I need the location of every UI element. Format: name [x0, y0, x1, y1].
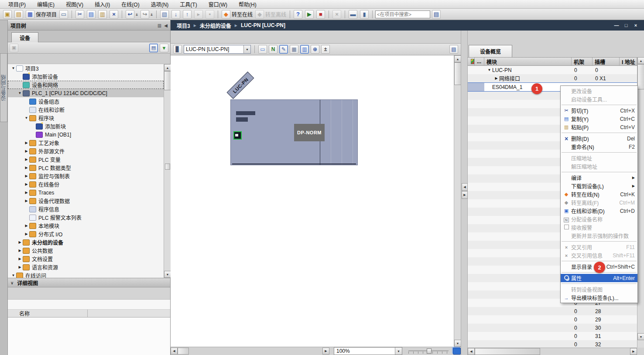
new-project-button[interactable]: ▣ [2, 10, 13, 19]
zoom-select[interactable]: 100% ▼ [334, 347, 402, 355]
upload-from-device-button[interactable]: ↑ [182, 10, 192, 19]
tree-item[interactable]: ▼程序块 [8, 114, 164, 122]
rail-tab-devices-networks[interactable]: 设备与网络 [0, 53, 7, 122]
menu-export-module-labels[interactable]: 导出模块标签条(L)... [561, 294, 637, 302]
module-cell[interactable] [484, 158, 572, 166]
tree-item[interactable]: ▶分布式 I/O [8, 230, 164, 238]
compile-button[interactable]: ▧ [159, 10, 170, 19]
dropdown-caret-icon[interactable]: ± [136, 12, 138, 17]
module-cell[interactable] [484, 266, 572, 274]
module-cell[interactable] [484, 208, 572, 216]
module-cell[interactable] [484, 307, 572, 315]
menu-delete[interactable]: 删除(D)Del [561, 134, 637, 143]
module-cell[interactable]: ES04DMA_1 [484, 83, 572, 91]
copy-button[interactable]: ▤ [86, 10, 96, 19]
module-cell[interactable] [484, 340, 572, 348]
tree-expander-icon[interactable]: ▶ [24, 232, 29, 236]
device-selector[interactable]: LUC-PN [LUC-PN]▼ [184, 45, 251, 54]
menu-rename[interactable]: 重命名(N)F2 [561, 143, 637, 151]
row-expander-icon[interactable]: ▶ [493, 76, 499, 80]
ethernet-port-icon[interactable] [233, 131, 242, 140]
overview-vertical-scrollbar[interactable]: ▲ ▼ [637, 57, 644, 348]
h-scroll-thumb[interactable] [475, 348, 540, 355]
menubar-item-6[interactable]: 工具(T) [174, 0, 202, 9]
scroll-grip[interactable] [165, 164, 170, 170]
scroll-down-icon[interactable]: ▼ [454, 340, 461, 347]
module-cell[interactable]: ▼LUC-PN [484, 66, 572, 74]
scroll-thumb[interactable] [454, 62, 461, 85]
tree-item[interactable]: ▶文档设置 [8, 255, 164, 263]
dropdown-caret-icon[interactable]: ± [151, 12, 153, 17]
module-cell[interactable] [484, 100, 572, 108]
project-tree-scrollbar[interactable]: ▲ ▼ [164, 64, 171, 278]
module-cell[interactable] [484, 116, 572, 125]
project-search-input[interactable] [375, 10, 430, 18]
fit-to-window-icon[interactable] [453, 348, 461, 355]
cut-button[interactable]: ✂ [75, 10, 85, 19]
tree-item[interactable]: ▶工艺对象 [8, 139, 164, 147]
redo-button[interactable]: ↪± [140, 10, 154, 19]
print-button[interactable]: ▭ [58, 10, 69, 19]
tree-expander-icon[interactable]: ▶ [24, 199, 29, 203]
start-simulation-button[interactable]: ▶ [304, 10, 315, 19]
paste-button[interactable]: ▥ [97, 10, 108, 19]
module-cell[interactable] [484, 216, 572, 224]
module-cell[interactable] [484, 191, 572, 199]
chevron-down-icon[interactable]: ▼ [243, 45, 250, 53]
tree-item[interactable]: ▼在线访问 [8, 271, 164, 278]
online-diagnostics-button[interactable]: ? [293, 10, 303, 19]
menubar-item-2[interactable]: 视图(V) [60, 0, 89, 9]
close-button[interactable]: × [632, 22, 640, 29]
breadcrumb-item-0[interactable]: 项目3 [175, 22, 192, 29]
tree-item[interactable]: ▼PLC_1 [CPU 1214C DC/DC/DC] [8, 89, 164, 97]
module-cell[interactable] [484, 257, 572, 266]
table-row[interactable]: 030 [468, 324, 637, 332]
stop-simulation-button[interactable]: ■ [315, 10, 326, 19]
tree-expander-icon[interactable]: ▶ [17, 249, 23, 253]
collapse-panel-icon[interactable]: ◀ [164, 23, 168, 28]
tree-expander-icon[interactable]: ▶ [24, 157, 29, 161]
column-slot[interactable]: 插槽 [593, 58, 620, 65]
tab-devices[interactable]: 设备 [11, 32, 38, 42]
module-cell[interactable] [484, 315, 572, 324]
zoom-slider[interactable] [408, 348, 449, 354]
column-module[interactable]: 模块 [484, 58, 572, 65]
splitter-collapse-right-icon[interactable]: ▶ [462, 191, 468, 199]
measure-icon[interactable]: ▭ [258, 45, 267, 54]
split-editor-vertical-button[interactable]: ▮ [359, 10, 370, 19]
column-i-address[interactable]: I 地址 [620, 58, 637, 65]
tree-item[interactable]: ▶公共数据 [8, 246, 164, 255]
zoom-icon[interactable]: ⊕ [311, 45, 319, 54]
module-cell[interactable] [484, 232, 572, 241]
tree-item[interactable]: ▶监控与强制表 [8, 172, 164, 180]
chevron-down-icon[interactable]: ▼ [395, 348, 402, 355]
menu-cut[interactable]: 剪切(T)Ctrl+X [561, 106, 637, 115]
snap-grid-icon[interactable]: ▦ [290, 45, 298, 54]
module-cell[interactable] [484, 274, 572, 282]
module-cell[interactable] [484, 174, 572, 183]
scroll-left-icon[interactable]: ◀ [171, 348, 178, 355]
tree-item[interactable]: ▶PLC 变量 [8, 155, 164, 164]
scroll-down-icon[interactable]: ▼ [637, 333, 644, 340]
menu-copy[interactable]: 复制(Y)Ctrl+C [561, 115, 637, 123]
zoom-slider-thumb[interactable] [427, 348, 432, 354]
details-view-header[interactable]: ∨ 详细视图 [8, 278, 170, 287]
split-editor-horizontal-button[interactable]: ▬ [348, 10, 358, 19]
module-cell[interactable] [484, 199, 572, 208]
menu-paste[interactable]: 粘贴(P)Ctrl+V [561, 123, 637, 131]
delete-button[interactable]: × [109, 10, 119, 19]
library-view-button[interactable]: ▤ [431, 10, 442, 19]
table-row[interactable]: ▼LUC-PN00 [468, 66, 637, 74]
module-cell[interactable] [484, 141, 572, 150]
module-cell[interactable] [484, 282, 572, 290]
tree-expander-icon[interactable]: ▶ [24, 141, 29, 145]
details-view-icon[interactable]: ▤ [149, 44, 158, 52]
module-cell[interactable] [484, 241, 572, 249]
table-row[interactable]: 029 [468, 315, 637, 324]
go-online-button[interactable]: ◆转至在线 [221, 10, 253, 19]
module-cell[interactable] [484, 332, 572, 340]
module-cell[interactable]: ▶网络接口 [484, 74, 572, 82]
panel-splitter[interactable]: ◀ ▶ [461, 31, 468, 355]
tree-item[interactable]: ▶在线备份 [8, 180, 164, 188]
module-cell[interactable] [484, 108, 572, 116]
